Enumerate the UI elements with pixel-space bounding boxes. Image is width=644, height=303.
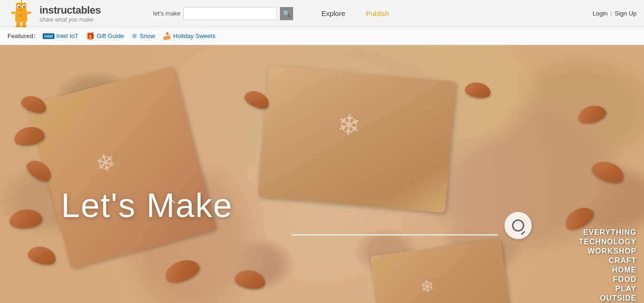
svg-rect-9 <box>11 11 16 14</box>
featured-sweets-label: Holiday Sweets <box>173 32 216 39</box>
hero-search-area <box>291 212 532 239</box>
category-outside[interactable]: OUTSIDE <box>600 294 636 303</box>
category-technology[interactable]: TECHNOLOGY <box>579 238 636 246</box>
snowflake-icon: ❄ <box>132 32 138 40</box>
magnifier-icon <box>512 219 524 232</box>
logo-text-area: instructables share what you make <box>39 4 101 23</box>
auth-divider: | <box>610 10 612 17</box>
category-nav: EVERYTHING TECHNOLOGY WORKSHOP CRAFT HOM… <box>579 228 644 303</box>
signup-button[interactable]: Sign Up <box>615 10 636 17</box>
nav-links: Explore Publish <box>312 7 398 20</box>
search-area: let's make 🔍 <box>153 7 293 20</box>
logo-robot-icon <box>8 0 36 28</box>
explore-nav-button[interactable]: Explore <box>312 7 355 20</box>
featured-snow-label: Snow <box>140 32 155 39</box>
featured-intel-iot[interactable]: intel Intel IoT <box>43 32 78 39</box>
featured-label: Featured: <box>8 32 35 39</box>
search-button[interactable]: 🔍 <box>280 7 293 20</box>
category-workshop[interactable]: WORKSHOP <box>588 247 636 256</box>
header: instructables share what you make let's … <box>0 0 644 27</box>
featured-holiday-sweets[interactable]: 🍰 Holiday Sweets <box>163 32 216 40</box>
svg-point-7 <box>20 0 22 1</box>
featured-bar: Featured: intel Intel IoT 🎁 Gift Guide ❄… <box>0 27 644 45</box>
auth-area: Login | Sign Up <box>593 10 636 17</box>
publish-nav-button[interactable]: Publish <box>357 7 398 20</box>
category-craft[interactable]: CRAFT <box>609 256 636 265</box>
search-input[interactable] <box>183 7 277 20</box>
intel-icon: intel <box>43 33 54 39</box>
category-play[interactable]: PLAY <box>615 285 636 293</box>
svg-rect-8 <box>18 9 24 10</box>
featured-gift-label: Gift Guide <box>97 32 124 39</box>
category-food[interactable]: FOOD <box>613 275 636 284</box>
svg-point-4 <box>18 6 20 7</box>
logo-area: instructables share what you make <box>8 0 148 28</box>
featured-intel-label: Intel IoT <box>56 32 78 39</box>
hero-heading: Let's Make <box>61 186 233 225</box>
category-home[interactable]: HOME <box>612 266 636 274</box>
hero-section: Let's Make EVERYTHING TECHNOLOGY WORKSHO… <box>0 45 644 303</box>
gift-icon: 🎁 <box>86 32 95 40</box>
hero-search-button[interactable] <box>504 212 532 239</box>
login-button[interactable]: Login <box>593 10 608 17</box>
search-label: let's make <box>153 10 180 17</box>
cake-icon: 🍰 <box>163 32 171 40</box>
svg-point-15 <box>20 14 23 17</box>
svg-rect-10 <box>27 11 31 14</box>
site-logo-name[interactable]: instructables <box>39 4 101 16</box>
cookie-shape-2 <box>258 65 457 213</box>
site-tagline: share what you make <box>39 16 101 23</box>
hero-search-input[interactable] <box>291 216 498 235</box>
search-icon: 🔍 <box>283 10 291 17</box>
featured-snow[interactable]: ❄ Snow <box>132 32 155 40</box>
category-everything[interactable]: EVERYTHING <box>583 228 636 237</box>
svg-point-5 <box>23 6 24 7</box>
featured-gift-guide[interactable]: 🎁 Gift Guide <box>86 32 124 40</box>
